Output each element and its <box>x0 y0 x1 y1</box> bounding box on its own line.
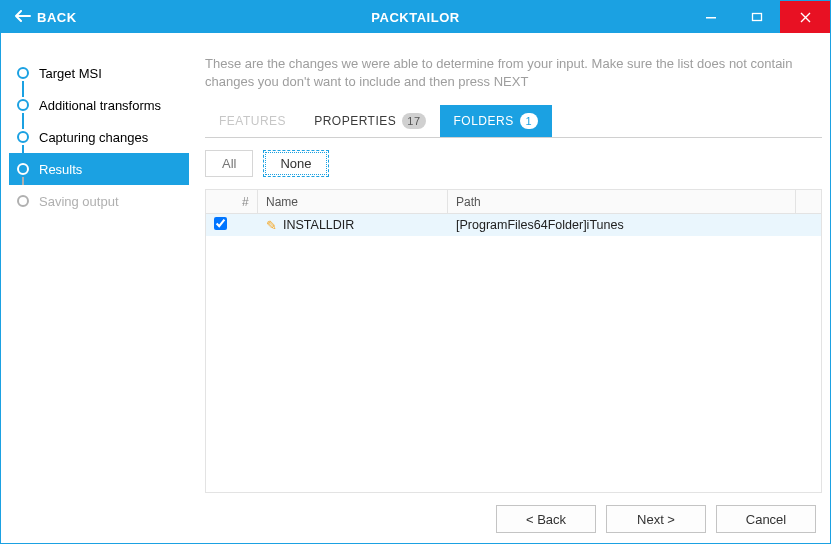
svg-rect-1 <box>753 14 762 21</box>
titlebar: BACK PACKTAILOR <box>1 1 830 33</box>
app-title: PACKTAILOR <box>371 10 459 25</box>
tab-label: PROPERTIES <box>314 114 396 128</box>
col-end <box>795 190 821 213</box>
step-circle-icon <box>17 131 29 143</box>
step-additional-transforms[interactable]: Additional transforms <box>9 89 189 121</box>
minimize-button[interactable] <box>688 1 734 33</box>
table-row[interactable]: ✎ INSTALLDIR [ProgramFiles64Folder]iTune… <box>206 214 821 236</box>
next-wizard-button[interactable]: Next > <box>606 505 706 533</box>
window-controls <box>688 1 830 33</box>
arrow-left-icon <box>15 10 31 25</box>
filter-buttons: All None <box>205 138 822 189</box>
col-name[interactable]: Name <box>258 190 448 213</box>
tab-label: FEATURES <box>219 114 286 128</box>
pencil-icon: ✎ <box>266 218 277 233</box>
row-name-cell: ✎ INSTALLDIR <box>258 214 448 236</box>
tabs: FEATURES PROPERTIES 17 FOLDERS 1 <box>205 105 822 138</box>
step-target-msi[interactable]: Target MSI <box>9 57 189 89</box>
svg-rect-0 <box>706 17 716 19</box>
step-circle-icon <box>17 195 29 207</box>
filter-none-button[interactable]: None <box>263 150 328 177</box>
filter-all-button[interactable]: All <box>205 150 253 177</box>
row-number <box>234 214 258 236</box>
tab-folders[interactable]: FOLDERS 1 <box>440 105 552 137</box>
col-path[interactable]: Path <box>448 190 795 213</box>
row-path: [ProgramFiles64Folder]iTunes <box>448 214 795 236</box>
col-number: # <box>234 190 258 213</box>
folders-table: # Name Path ✎ INSTALLDIR <box>205 189 822 493</box>
tab-label: FOLDERS <box>454 114 514 128</box>
step-capturing-changes[interactable]: Capturing changes <box>9 121 189 153</box>
row-name: INSTALLDIR <box>283 218 354 232</box>
step-label: Results <box>39 162 82 177</box>
back-button[interactable]: BACK <box>1 1 91 33</box>
back-wizard-button[interactable]: < Back <box>496 505 596 533</box>
step-circle-icon <box>17 163 29 175</box>
cancel-wizard-button[interactable]: Cancel <box>716 505 816 533</box>
row-checkbox-cell <box>206 217 234 233</box>
tab-properties[interactable]: PROPERTIES 17 <box>300 105 439 137</box>
step-saving-output: Saving output <box>9 185 189 217</box>
wizard-sidebar: Target MSI Additional transforms Capturi… <box>9 41 189 493</box>
close-button[interactable] <box>780 1 830 33</box>
back-label: BACK <box>37 10 77 25</box>
main-panel: These are the changes we were able to de… <box>189 41 822 493</box>
step-label: Capturing changes <box>39 130 148 145</box>
step-label: Target MSI <box>39 66 102 81</box>
step-label: Additional transforms <box>39 98 161 113</box>
wizard-footer: < Back Next > Cancel <box>9 493 822 535</box>
tab-badge: 17 <box>402 113 425 129</box>
step-label: Saving output <box>39 194 119 209</box>
maximize-button[interactable] <box>734 1 780 33</box>
intro-text: These are the changes we were able to de… <box>205 55 822 91</box>
row-checkbox[interactable] <box>214 217 227 230</box>
tab-badge: 1 <box>520 113 538 129</box>
table-header: # Name Path <box>206 190 821 214</box>
tab-features: FEATURES <box>205 105 300 137</box>
step-circle-icon <box>17 67 29 79</box>
step-circle-icon <box>17 99 29 111</box>
step-results[interactable]: Results <box>9 153 189 185</box>
